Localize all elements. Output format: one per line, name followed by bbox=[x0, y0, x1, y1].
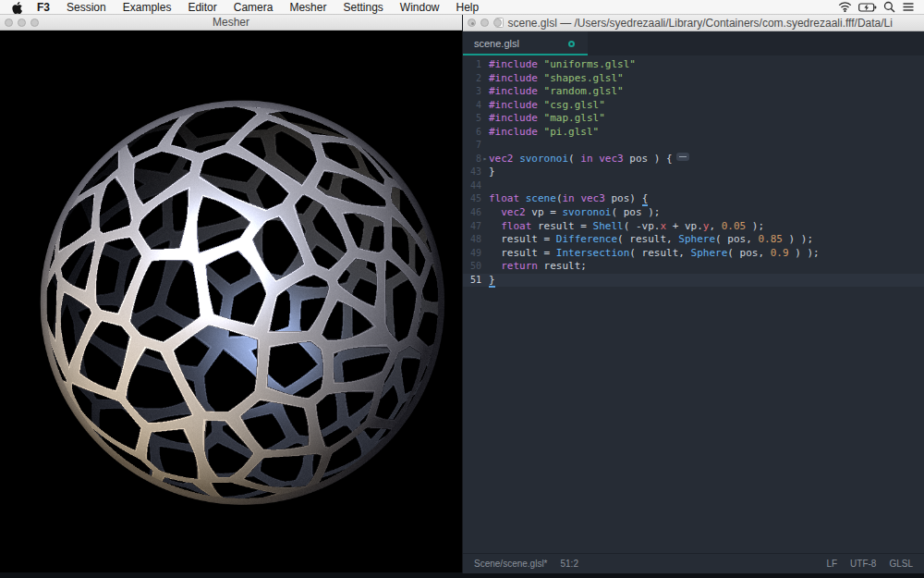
mesher-viewport[interactable] bbox=[0, 31, 462, 572]
token: Sphere bbox=[691, 247, 728, 259]
code-line-1[interactable]: 1#include "uniforms.glsl" bbox=[463, 58, 924, 72]
line-number[interactable]: 1 bbox=[463, 58, 481, 72]
apple-menu[interactable] bbox=[0, 1, 31, 14]
code-line-46[interactable]: 46 vec2 vp = svoronoi( pos ); bbox=[463, 206, 924, 220]
token: vp = bbox=[526, 206, 563, 218]
token: float bbox=[489, 192, 519, 204]
code-line-49[interactable]: 49 result = Intersection( result, Sphere… bbox=[463, 247, 924, 261]
code-line-5[interactable]: 5#include "map.glsl" bbox=[463, 112, 924, 126]
code-line-50[interactable]: 50 return result; bbox=[463, 260, 924, 274]
code-line-2[interactable]: 2#include "shapes.glsl" bbox=[463, 72, 924, 86]
line-number[interactable]: 48 bbox=[463, 233, 481, 247]
token: #include bbox=[489, 58, 538, 70]
zoom-button[interactable] bbox=[30, 18, 39, 27]
token bbox=[538, 58, 544, 70]
token: Intersection bbox=[556, 247, 629, 259]
minimize-button[interactable] bbox=[18, 18, 26, 27]
menu-camera[interactable]: Camera bbox=[225, 0, 282, 15]
token bbox=[489, 206, 501, 218]
token: #include bbox=[489, 99, 538, 111]
spotlight-search-icon[interactable] bbox=[883, 1, 895, 13]
mesher-viewport-area bbox=[0, 31, 462, 572]
menu-editor[interactable]: Editor bbox=[179, 0, 225, 15]
code-line-8[interactable]: 8▸vec2 svoronoi( in vec3 pos ) { bbox=[463, 153, 924, 166]
menu-mesher[interactable]: Mesher bbox=[281, 0, 334, 15]
mesher-titlebar[interactable]: Mesher bbox=[0, 15, 462, 31]
token: 0.85 bbox=[758, 233, 783, 245]
line-number[interactable]: 6 bbox=[463, 126, 481, 140]
close-button[interactable] bbox=[468, 18, 476, 27]
code-line-48[interactable]: 48 result = Difference( result, Sphere( … bbox=[463, 233, 924, 247]
line-number[interactable]: 50 bbox=[463, 260, 481, 274]
menu-help[interactable]: Help bbox=[448, 0, 488, 15]
token bbox=[489, 220, 501, 232]
token: svoronoi bbox=[563, 206, 612, 218]
status-language[interactable]: GLSL bbox=[889, 559, 913, 569]
menu-settings[interactable]: Settings bbox=[334, 0, 391, 15]
menu-examples[interactable]: Examples bbox=[115, 0, 180, 15]
token: result = bbox=[531, 220, 592, 232]
gutter-spacer bbox=[481, 179, 489, 193]
menu-f3[interactable]: F3 bbox=[31, 0, 58, 15]
status-encoding[interactable]: UTF-8 bbox=[850, 559, 876, 569]
folded-code-badge[interactable] bbox=[676, 153, 689, 161]
menu-bar-items: F3SessionExamplesEditorCameraMesherSetti… bbox=[31, 0, 487, 15]
token bbox=[489, 260, 501, 272]
code-text: #include "map.glsl" bbox=[489, 112, 924, 126]
code-line-4[interactable]: 4#include "csg.glsl" bbox=[463, 99, 924, 113]
code-line-51[interactable]: 51} bbox=[463, 274, 924, 288]
code-editor[interactable]: 1#include "uniforms.glsl"2#include "shap… bbox=[463, 55, 924, 553]
editor-titlebar[interactable]: scene.glsl — /Users/syedrezaali/Library/… bbox=[463, 15, 924, 31]
status-line-ending[interactable]: LF bbox=[826, 559, 837, 569]
token: #include bbox=[489, 112, 538, 124]
code-text: vec2 svoronoi( in vec3 pos ) { bbox=[489, 153, 924, 166]
tab-scene-glsl[interactable]: scene.glsl bbox=[463, 31, 588, 55]
battery-charging-icon[interactable] bbox=[858, 3, 877, 12]
code-text: float result = Shell( -vp.x + vp.y, 0.05… bbox=[489, 220, 924, 234]
line-number[interactable]: 2 bbox=[463, 72, 481, 86]
code-line-3[interactable]: 3#include "random.glsl" bbox=[463, 85, 924, 99]
line-number[interactable]: 47 bbox=[463, 220, 481, 234]
gutter-spacer bbox=[481, 72, 489, 86]
code-line-6[interactable]: 6#include "pi.glsl" bbox=[463, 126, 924, 140]
code-text: #include "pi.glsl" bbox=[489, 126, 924, 140]
code-line-44[interactable]: 44 bbox=[463, 179, 924, 193]
code-line-45[interactable]: 45float scene(in vec3 pos) { bbox=[463, 192, 924, 206]
code-line-43[interactable]: 43} bbox=[463, 166, 924, 179]
code-line-47[interactable]: 47 float result = Shell( -vp.x + vp.y, 0… bbox=[463, 220, 924, 234]
line-number[interactable]: 45 bbox=[463, 192, 481, 206]
token: + vp. bbox=[666, 220, 703, 232]
line-number[interactable]: 51 bbox=[463, 274, 481, 288]
minimize-button[interactable] bbox=[480, 18, 489, 27]
modified-dot bbox=[471, 22, 474, 25]
token bbox=[538, 126, 544, 138]
code-line-7[interactable]: 7 bbox=[463, 139, 924, 153]
gutter-spacer bbox=[481, 112, 489, 126]
list-icon[interactable] bbox=[902, 2, 915, 12]
token: } bbox=[489, 274, 495, 286]
token: in bbox=[580, 153, 592, 165]
token: "map.glsl" bbox=[544, 112, 605, 124]
close-button[interactable] bbox=[5, 18, 13, 27]
code-text: } bbox=[489, 274, 924, 288]
menu-session[interactable]: Session bbox=[58, 0, 115, 15]
apple-logo-icon bbox=[11, 1, 22, 14]
line-number[interactable]: 44 bbox=[463, 179, 481, 193]
status-bar: Scene/scene.glsl* 51:2 LF UTF-8 GLSL bbox=[463, 553, 924, 573]
line-number[interactable]: 3 bbox=[463, 85, 481, 99]
line-number[interactable]: 5 bbox=[463, 112, 481, 126]
line-number[interactable]: 46 bbox=[463, 206, 481, 220]
zoom-button[interactable] bbox=[493, 18, 502, 27]
token: return bbox=[501, 260, 538, 272]
fold-chevron-icon[interactable]: ▸ bbox=[481, 153, 489, 166]
token bbox=[538, 72, 544, 84]
wifi-icon[interactable] bbox=[838, 2, 852, 12]
line-number[interactable]: 4 bbox=[463, 99, 481, 113]
line-number[interactable]: 43 bbox=[463, 166, 481, 179]
menu-window[interactable]: Window bbox=[392, 0, 448, 15]
token: ); bbox=[746, 220, 764, 232]
code-text bbox=[489, 139, 924, 153]
line-number[interactable]: 7 bbox=[463, 139, 481, 153]
line-number[interactable]: 49 bbox=[463, 247, 481, 261]
line-number[interactable]: 8 bbox=[463, 153, 481, 166]
